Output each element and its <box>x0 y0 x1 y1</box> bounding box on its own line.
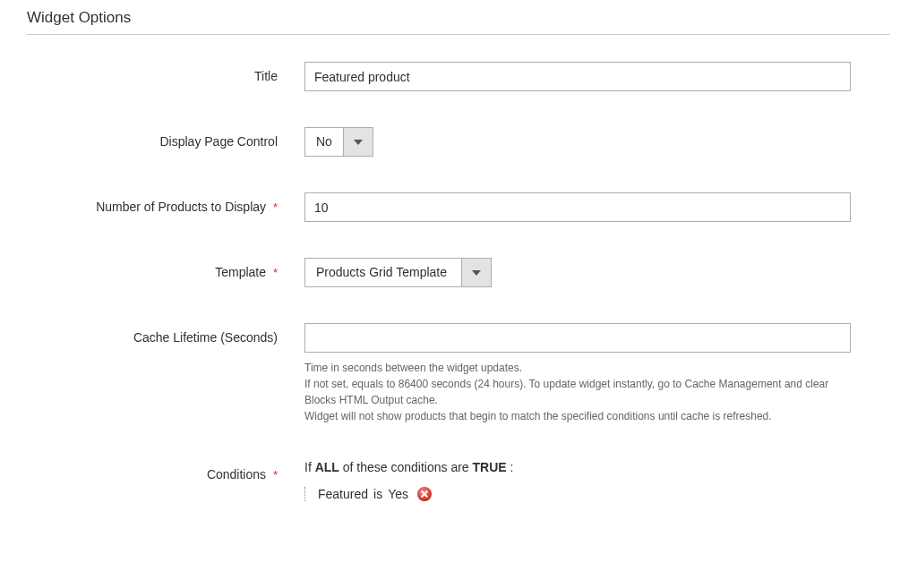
chevron-down-icon <box>343 128 373 156</box>
cond-value[interactable]: Yes <box>388 487 408 501</box>
cache-helper: Time in seconds between the widget updat… <box>304 360 851 424</box>
field-template: Template * Products Grid Template <box>27 258 890 287</box>
conditions-children: Featured is Yes <box>304 487 851 501</box>
condition-item[interactable]: Featured is Yes <box>318 487 851 501</box>
label-cache-lifetime: Cache Lifetime (Seconds) <box>27 323 304 345</box>
label-display-page-control: Display Page Control <box>27 127 304 149</box>
display-page-control-value: No <box>305 128 343 156</box>
conditions-root[interactable]: If ALL of these conditions are TRUE : <box>304 460 851 474</box>
field-conditions: Conditions * If ALL of these conditions … <box>27 460 890 517</box>
cond-root-aggregator[interactable]: ALL <box>315 460 339 474</box>
display-page-control-select[interactable]: No <box>304 127 373 157</box>
cond-root-mid: of these conditions are <box>343 460 469 474</box>
label-conditions: Conditions * <box>27 460 304 481</box>
cond-operator[interactable]: is <box>373 487 382 501</box>
cache-helper-line: Widget will not show products that begin… <box>304 408 851 424</box>
label-template-text: Template <box>215 265 266 279</box>
section-title: Widget Options <box>27 9 890 35</box>
required-asterisk: * <box>273 468 278 481</box>
chevron-down-icon <box>461 259 491 286</box>
label-num-products: Number of Products to Display * <box>27 192 304 214</box>
label-conditions-text: Conditions <box>207 467 266 481</box>
label-dpc-text: Display Page Control <box>159 134 278 149</box>
num-products-input[interactable] <box>304 192 851 222</box>
cond-attr[interactable]: Featured <box>318 487 368 501</box>
cond-root-end: : <box>510 460 514 474</box>
template-value: Products Grid Template <box>305 259 461 286</box>
required-asterisk: * <box>273 200 278 214</box>
required-asterisk: * <box>273 266 278 279</box>
cache-lifetime-input[interactable] <box>304 323 851 353</box>
label-cache-text: Cache Lifetime (Seconds) <box>133 330 278 345</box>
cond-root-value[interactable]: TRUE <box>473 460 507 474</box>
title-input[interactable] <box>304 62 851 91</box>
label-template: Template * <box>27 258 304 279</box>
label-title: Title <box>27 62 304 83</box>
label-num-products-text: Number of Products to Display <box>96 200 266 214</box>
field-display-page-control: Display Page Control No <box>27 127 890 157</box>
cond-root-if: If <box>304 460 312 474</box>
field-num-products: Number of Products to Display * <box>27 192 890 222</box>
label-title-text: Title <box>254 69 278 83</box>
template-select[interactable]: Products Grid Template <box>304 258 492 287</box>
cache-helper-line: If not set, equals to 86400 seconds (24 … <box>304 376 851 408</box>
field-title: Title <box>27 62 890 91</box>
cache-helper-line: Time in seconds between the widget updat… <box>304 360 851 376</box>
remove-condition-icon[interactable] <box>417 487 432 501</box>
field-cache-lifetime: Cache Lifetime (Seconds) Time in seconds… <box>27 323 890 424</box>
